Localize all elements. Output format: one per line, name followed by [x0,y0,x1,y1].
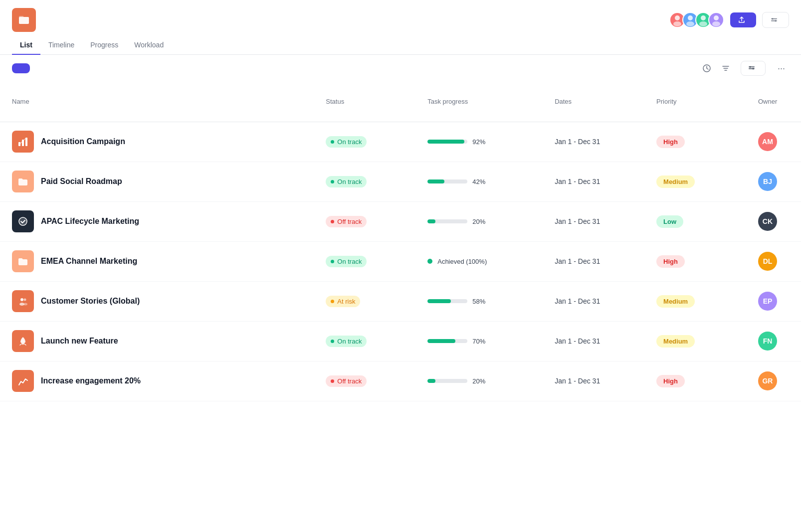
progress-cell-td: 70% [419,321,547,361]
col-dates: Dates [547,82,648,122]
dates-cell: Jan 1 - Dec 31 [547,321,648,361]
table-row[interactable]: Acquisition Campaign On track 92% Jan 1 … [0,122,801,162]
priority-badge: Medium [656,176,695,188]
progress-bar-fill [427,299,450,303]
owner-cell: GR [750,361,801,401]
progress-cell-td: 58% [419,281,547,321]
share-button[interactable] [730,12,756,27]
progress-cell: 70% [427,338,539,345]
add-work-button[interactable] [12,63,30,73]
row-icon [12,290,34,312]
table-row[interactable]: Increase engagement 20% Off track 20% Ja… [0,361,801,401]
progress-cell: 20% [427,377,539,385]
row-name: APAC Lifecycle Marketing [41,217,139,226]
progress-cell: 58% [427,298,539,305]
svg-point-4 [701,15,706,20]
progress-bar-fill [427,179,444,183]
header-right [669,12,789,28]
progress-text: 70% [472,338,485,345]
progress-cell: 42% [427,178,539,185]
toolbar-right: ··· [703,61,789,76]
owner-cell: DL [750,241,801,281]
priority-cell: High [648,241,750,281]
progress-cell: Achieved (100%) [427,258,539,265]
tab-list[interactable]: List [12,36,40,55]
status-dot [331,260,334,263]
row-name: EMEA Channel Marketing [41,257,137,266]
progress-bar-bg [427,140,467,144]
toolbar: ··· [0,55,801,82]
row-icon [12,370,34,392]
svg-point-22 [20,298,23,301]
svg-point-0 [675,15,680,20]
priority-badge: High [656,255,685,268]
header-left [12,8,46,32]
status-cell: On track [318,122,419,162]
status-dot [331,379,334,383]
progress-cell: 92% [427,138,539,146]
customize-toolbar-button[interactable] [741,61,766,76]
filter-action[interactable] [703,64,714,72]
owner-avatar: DL [758,252,777,271]
col-name: Name [0,82,318,122]
svg-point-2 [688,15,693,20]
avatar [708,12,724,28]
achieved-dot [427,259,432,264]
progress-cell-td: 92% [419,122,547,162]
table-row[interactable]: Customer Stories (Global) At risk 58% Ja… [0,281,801,321]
progress-text: 42% [472,178,485,185]
priority-cell: High [648,122,750,162]
dates-cell: Jan 1 - Dec 31 [547,162,648,201]
svg-point-26 [22,340,24,342]
svg-point-6 [714,15,719,20]
row-name: Launch new Feature [41,337,118,346]
name-cell: Customer Stories (Global) [0,281,318,321]
table-row[interactable]: APAC Lifecycle Marketing Off track 20% J… [0,201,801,241]
svg-point-5 [699,21,707,26]
sort-action[interactable] [722,64,733,72]
row-icon [12,210,34,232]
progress-bar-bg [427,339,467,343]
name-cell: Increase engagement 20% [0,361,318,401]
table-row[interactable]: Launch new Feature On track 70% Jan 1 - … [0,321,801,361]
svg-point-7 [712,21,720,26]
dates-cell: Jan 1 - Dec 31 [547,122,648,162]
table-row[interactable]: Paid Social Roadmap On track 42% Jan 1 -… [0,162,801,201]
status-badge: At risk [326,296,360,307]
table-row[interactable]: EMEA Channel Marketing On track Achieved… [0,241,801,281]
row-name: Paid Social Roadmap [41,177,122,186]
name-cell: Acquisition Campaign [0,122,318,162]
tab-progress[interactable]: Progress [82,36,126,55]
owner-cell: CK [750,201,801,241]
more-options-button[interactable]: ··· [774,61,789,76]
owner-avatar: EP [758,292,777,311]
priority-cell: Medium [648,281,750,321]
tab-workload[interactable]: Workload [126,36,172,55]
col-priority: Priority [648,82,750,122]
progress-text: 58% [472,298,485,305]
priority-cell: Medium [648,162,750,201]
dates-cell: Jan 1 - Dec 31 [547,241,648,281]
svg-point-16 [752,68,754,69]
row-name: Increase engagement 20% [41,376,141,385]
svg-rect-19 [25,138,27,146]
status-cell: On track [318,321,419,361]
status-dot [331,220,334,223]
owner-avatar: AM [758,132,777,151]
col-status: Status [318,82,419,122]
owner-cell: BJ [750,162,801,201]
row-icon [12,330,34,352]
svg-point-15 [749,66,751,68]
status-cell: On track [318,241,419,281]
progress-cell: 20% [427,218,539,225]
row-icon [12,250,34,272]
tab-timeline[interactable]: Timeline [40,36,82,55]
status-dot [331,340,334,343]
dates-cell: Jan 1 - Dec 31 [547,281,648,321]
svg-point-11 [775,20,777,21]
customize-header-button[interactable] [762,12,789,28]
status-cell: Off track [318,361,419,401]
status-badge: Off track [326,216,367,227]
progress-cell-td: 20% [419,201,547,241]
progress-bar-bg [427,379,467,383]
